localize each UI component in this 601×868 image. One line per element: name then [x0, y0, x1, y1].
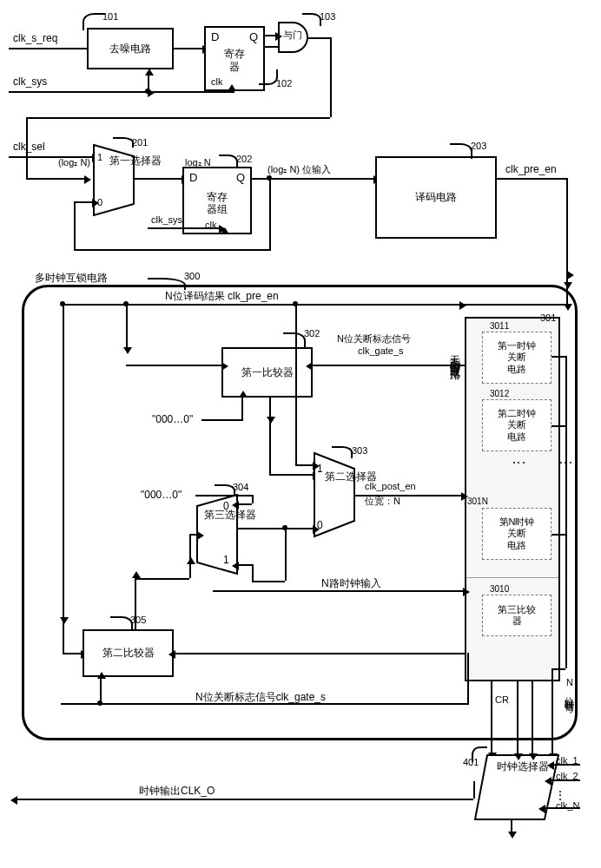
- wire: [566, 285, 568, 304]
- signal-label: N路时钟输入: [321, 576, 381, 591]
- wire: [265, 35, 275, 36]
- wire: [74, 201, 92, 203]
- wire: [456, 304, 459, 306]
- block-label: 译码电路: [415, 190, 457, 205]
- circuit-diagram: clk_s_req 去噪电路 101 clk_sys D Q 寄存 器 clk …: [9, 9, 592, 859]
- block-301N: 第N时钟 关断 电路: [482, 508, 551, 560]
- wire-junction: [97, 700, 102, 706]
- block-label: 寄存 器组: [207, 191, 228, 216]
- signal-label: N位时钟信号: [563, 677, 576, 698]
- wire: [63, 653, 81, 654]
- ref-curve: [83, 13, 105, 30]
- signal-label: clk_s_req: [13, 32, 57, 44]
- wire: [285, 525, 287, 581]
- ref-curve: [283, 332, 306, 348]
- wire: [566, 178, 568, 273]
- wire: [252, 495, 254, 503]
- wire: [265, 46, 278, 48]
- block-label: 第二比较器: [102, 646, 155, 661]
- const-label: "000…0": [141, 489, 182, 501]
- wire: [252, 581, 285, 582]
- block-label: 第三选择器: [204, 510, 218, 521]
- ellipsis: ⋮: [511, 456, 527, 470]
- ref-label: 202: [236, 154, 252, 164]
- ref-curve: [472, 746, 487, 762]
- port-label: Q: [249, 30, 258, 43]
- block-101: 去噪电路: [87, 28, 174, 69]
- block-label: 无毛刺时钟管理电路: [447, 347, 462, 363]
- signal-label: clk_2: [556, 771, 578, 781]
- wire: [497, 178, 566, 180]
- mux-label: 1: [97, 152, 102, 162]
- wire: [511, 819, 512, 832]
- block-label: 第一选择器: [107, 155, 124, 167]
- wire: [237, 528, 313, 529]
- port-label: D: [189, 171, 197, 184]
- ref-label: 3010: [490, 584, 509, 594]
- wire: [148, 76, 149, 91]
- wire: [252, 564, 254, 581]
- block-102: D Q 寄存 器 clk: [204, 26, 265, 91]
- wire: [473, 781, 475, 799]
- wire: [74, 201, 76, 249]
- wire: [126, 304, 128, 347]
- ref-label: 102: [276, 78, 292, 89]
- clk-triangle: [228, 84, 236, 91]
- signal-label: 时钟输出CLK_O: [139, 784, 215, 799]
- wire: [241, 398, 243, 419]
- signal-label: clk_gate_s: [358, 345, 404, 356]
- block-203: 译码电路: [375, 156, 497, 239]
- wire: [239, 503, 252, 505]
- ref-curve: [148, 278, 186, 290]
- ref-label: 3012: [490, 389, 509, 398]
- wire: [565, 356, 567, 668]
- block-label: 时钟选择器: [497, 761, 512, 773]
- wire: [491, 681, 492, 753]
- block-3012: 第二时钟 关断 电路: [482, 399, 551, 451]
- ref-curve: [259, 69, 278, 85]
- mux-label: 1: [223, 554, 229, 566]
- wire: [551, 668, 553, 753]
- wire: [9, 48, 87, 49]
- signal-label: CR: [495, 694, 509, 705]
- wire: [135, 578, 189, 580]
- signal-label: clk_N: [556, 800, 580, 811]
- ref-label: 302: [304, 328, 320, 339]
- block-305: 第二比较器: [83, 629, 174, 677]
- wire: [26, 117, 330, 119]
- signal-label: clk_1: [556, 755, 578, 766]
- wire: [135, 578, 136, 629]
- wire: [239, 564, 252, 566]
- ref-label: 201: [132, 137, 148, 148]
- wire: [26, 178, 84, 180]
- wire: [126, 365, 221, 366]
- block-label: 去噪电路: [109, 42, 151, 56]
- wire: [175, 653, 466, 654]
- wire: [134, 178, 182, 180]
- ref-label: 303: [352, 445, 367, 456]
- block-label: 与门: [283, 29, 302, 42]
- wire: [295, 464, 313, 466]
- block-label: 第二选择器: [325, 471, 339, 483]
- wire: [61, 304, 566, 306]
- port-label: D: [211, 30, 219, 43]
- ref-label: 103: [320, 11, 335, 22]
- ref-label: 203: [471, 141, 486, 151]
- signal-label: N位译码结果 clk_pre_en: [165, 289, 279, 304]
- port-label: clk: [211, 76, 222, 87]
- wire: [269, 417, 271, 474]
- wire: [269, 398, 271, 417]
- wire: [551, 668, 565, 670]
- wire-junction: [293, 301, 298, 306]
- ref-curve: [113, 137, 134, 148]
- signal-label: 位宽：N: [365, 495, 400, 508]
- wire: [465, 653, 466, 654]
- wire: [269, 178, 271, 249]
- label: (log₂ N): [58, 157, 90, 168]
- wire: [308, 37, 330, 39]
- wire: [63, 616, 64, 617]
- block-label: 寄存 器: [224, 48, 245, 73]
- divider: [466, 577, 558, 578]
- ref-curve: [302, 13, 321, 26]
- wire: [9, 91, 148, 93]
